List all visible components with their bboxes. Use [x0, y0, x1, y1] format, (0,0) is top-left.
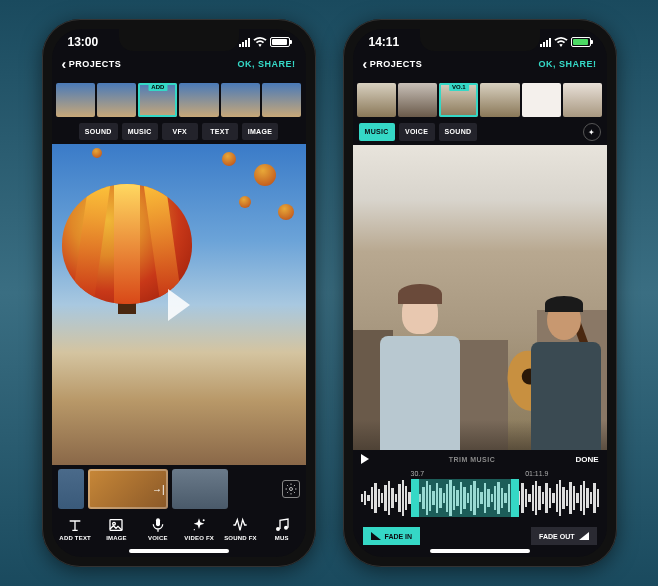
- status-right: [239, 37, 290, 47]
- voice-tag[interactable]: VO.1: [449, 83, 469, 91]
- home-indicator[interactable]: [430, 549, 530, 553]
- top-bar: PROJECTS OK, SHARE!: [353, 55, 607, 75]
- waveform-icon: [232, 517, 248, 533]
- track-sound[interactable]: SOUND: [79, 123, 118, 140]
- screen-1: 13:00 PROJECTS OK, SHARE! ADD: [52, 29, 306, 557]
- home-indicator[interactable]: [129, 549, 229, 553]
- svg-point-0: [289, 488, 292, 491]
- preview-area[interactable]: [353, 145, 607, 450]
- clip-thumb[interactable]: [221, 83, 260, 117]
- clip-thumb[interactable]: [262, 83, 301, 117]
- tool-video-fx[interactable]: VIDEO FX: [179, 517, 218, 541]
- status-time: 13:00: [68, 35, 99, 49]
- share-button[interactable]: OK, SHARE!: [237, 59, 295, 69]
- tool-sound-fx[interactable]: SOUND FX: [221, 517, 260, 541]
- person-woman: [373, 290, 468, 450]
- fade-out-button[interactable]: FADE OUT: [531, 527, 596, 545]
- track-image[interactable]: IMAGE: [242, 123, 278, 140]
- signal-icon: [239, 38, 250, 47]
- screen-2: 14:11 PROJECTS OK, SHARE! VO.1: [353, 29, 607, 557]
- play-icon[interactable]: [361, 454, 369, 464]
- timeline-clip-selected[interactable]: →|: [88, 469, 168, 509]
- status-bar: 13:00: [52, 29, 306, 55]
- share-button[interactable]: OK, SHARE!: [538, 59, 596, 69]
- fade-buttons: FADE IN FADE OUT: [353, 523, 607, 547]
- music-icon: [274, 517, 290, 533]
- preview-area[interactable]: [52, 144, 306, 465]
- battery-icon: [270, 37, 290, 47]
- timeline-clip[interactable]: [58, 469, 84, 509]
- signal-icon: [540, 38, 551, 47]
- trim-end-time: 01:11.9: [525, 470, 548, 477]
- svg-point-4: [203, 519, 205, 521]
- trim-start-time: 30.7: [411, 470, 425, 477]
- settings-icon[interactable]: [282, 480, 300, 498]
- clip-thumb[interactable]: [563, 83, 602, 117]
- clip-thumb-selected[interactable]: VO.1: [439, 83, 478, 117]
- person-man: [501, 300, 601, 450]
- fade-in-button[interactable]: FADE IN: [363, 527, 421, 545]
- waveform-editor: 30.7 01:11.9: [353, 468, 607, 523]
- done-button[interactable]: DONE: [575, 455, 598, 464]
- track-text[interactable]: TEXT: [202, 123, 238, 140]
- mic-icon: [150, 517, 166, 533]
- clip-thumb[interactable]: [56, 83, 95, 117]
- track-music[interactable]: MUSIC: [122, 123, 158, 140]
- bottom-toolbar: ADD TEXT IMAGE VOICE VIDEO FX SOUND FX M…: [52, 513, 306, 547]
- tool-image[interactable]: IMAGE: [97, 517, 136, 541]
- svg-point-5: [194, 529, 195, 530]
- trim-title: TRIM MUSIC: [377, 456, 568, 463]
- battery-icon: [571, 37, 591, 47]
- clip-thumbnails-row: VO.1: [353, 75, 607, 121]
- track-buttons: SOUND MUSIC VFX TEXT IMAGE: [52, 121, 306, 144]
- back-button[interactable]: PROJECTS: [62, 59, 122, 69]
- wifi-icon: [554, 37, 568, 47]
- svg-point-2: [113, 522, 116, 525]
- fade-out-icon: [579, 532, 589, 540]
- waveform-track[interactable]: [361, 479, 599, 517]
- play-icon[interactable]: [168, 289, 190, 321]
- clip-thumb-selected[interactable]: ADD: [138, 83, 177, 117]
- status-time: 14:11: [369, 35, 400, 49]
- svg-point-7: [284, 526, 288, 530]
- tool-voice[interactable]: VOICE: [138, 517, 177, 541]
- status-right: [540, 37, 591, 47]
- clip-thumb[interactable]: [398, 83, 437, 117]
- svg-rect-3: [156, 518, 160, 526]
- add-tag[interactable]: ADD: [148, 83, 167, 91]
- top-bar: PROJECTS OK, SHARE!: [52, 55, 306, 75]
- fade-in-icon: [371, 532, 381, 540]
- image-icon: [108, 517, 124, 533]
- trim-header: TRIM MUSIC DONE: [353, 450, 607, 468]
- timeline-clip[interactable]: [172, 469, 228, 509]
- track-vfx[interactable]: VFX: [162, 123, 198, 140]
- tool-music[interactable]: MUS: [262, 517, 301, 541]
- track-buttons: MUSIC VOICE SOUND ✦: [353, 121, 607, 145]
- text-icon: [67, 517, 83, 533]
- clip-thumb[interactable]: [357, 83, 396, 117]
- clip-thumb[interactable]: [480, 83, 519, 117]
- clip-thumb[interactable]: [522, 83, 561, 117]
- clip-thumb[interactable]: [97, 83, 136, 117]
- transition-icon[interactable]: →|: [152, 484, 165, 495]
- phone-mockup-1: 13:00 PROJECTS OK, SHARE! ADD: [42, 19, 316, 567]
- phone-mockup-2: 14:11 PROJECTS OK, SHARE! VO.1: [343, 19, 617, 567]
- tool-add-text[interactable]: ADD TEXT: [56, 517, 95, 541]
- wifi-icon: [253, 37, 267, 47]
- status-bar: 14:11: [353, 29, 607, 55]
- track-voice[interactable]: VOICE: [399, 123, 435, 141]
- svg-point-6: [276, 527, 280, 531]
- back-button[interactable]: PROJECTS: [363, 59, 423, 69]
- track-music[interactable]: MUSIC: [359, 123, 395, 141]
- clip-thumb[interactable]: [179, 83, 218, 117]
- sparkle-icon: [191, 517, 207, 533]
- fx-icon[interactable]: ✦: [583, 123, 601, 141]
- trim-selection[interactable]: [411, 479, 519, 517]
- timeline: →|: [52, 465, 306, 513]
- clip-thumbnails-row: ADD: [52, 75, 306, 121]
- track-sound[interactable]: SOUND: [439, 123, 478, 141]
